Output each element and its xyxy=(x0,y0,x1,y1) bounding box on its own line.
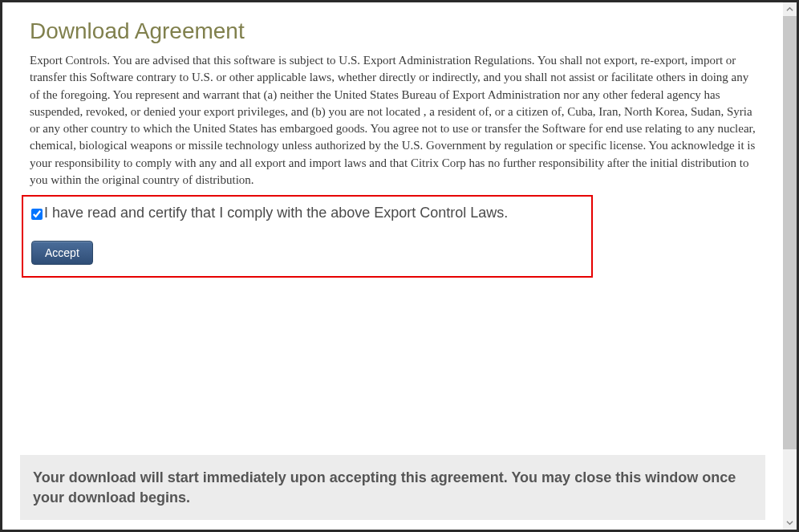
page-title: Download Agreement xyxy=(30,18,756,44)
scroll-down-button[interactable] xyxy=(783,516,797,530)
agreement-text: Export Controls. You are advised that th… xyxy=(30,52,756,189)
highlight-box: I have read and certify that I comply wi… xyxy=(22,195,593,278)
chevron-up-icon xyxy=(786,6,793,13)
scroll-thumb[interactable] xyxy=(783,16,797,449)
certify-row: I have read and certify that I comply wi… xyxy=(31,205,583,221)
inner-content: Download Agreement Export Controls. You … xyxy=(2,2,783,278)
certify-checkbox[interactable] xyxy=(31,209,43,220)
dialog-frame: Download Agreement Export Controls. You … xyxy=(0,0,799,532)
chevron-down-icon xyxy=(786,519,793,526)
accept-button[interactable]: Accept xyxy=(31,241,93,265)
footer-note: Your download will start immediately upo… xyxy=(20,455,765,520)
scroll-region: Download Agreement Export Controls. You … xyxy=(2,2,783,455)
content-area: Download Agreement Export Controls. You … xyxy=(2,2,783,530)
scroll-track[interactable] xyxy=(783,16,797,516)
certify-label: I have read and certify that I comply wi… xyxy=(44,205,508,221)
scroll-up-button[interactable] xyxy=(783,2,797,16)
vertical-scrollbar[interactable] xyxy=(783,2,797,530)
